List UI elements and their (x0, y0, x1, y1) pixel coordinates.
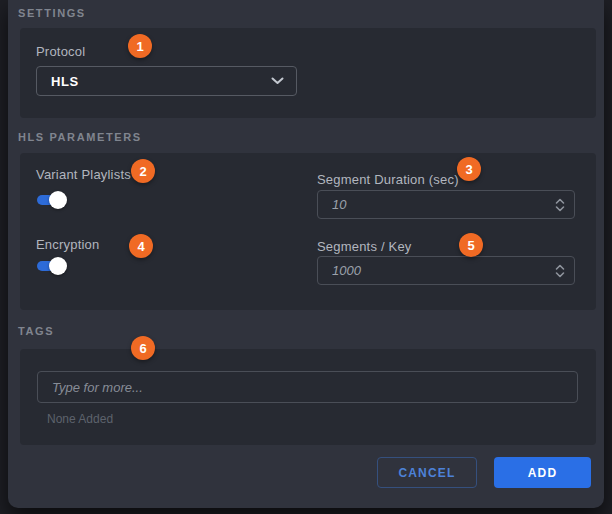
number-stepper-icon[interactable] (546, 191, 574, 218)
tags-input[interactable] (37, 371, 578, 403)
hls-parameters-panel: Variant Playlists 2 Segment Duration (se… (20, 153, 596, 310)
variant-playlists-label: Variant Playlists (36, 167, 131, 182)
annotation-badge-4: 4 (129, 234, 153, 258)
toggle-knob (49, 191, 67, 209)
protocol-label: Protocol (36, 44, 85, 59)
tags-panel: 6 None Added (20, 349, 596, 445)
number-stepper-icon[interactable] (546, 257, 574, 284)
protocol-select[interactable]: HLS (36, 66, 297, 96)
annotation-badge-1: 1 (128, 34, 152, 58)
encryption-toggle[interactable] (37, 261, 64, 271)
tags-section-header: TAGS (18, 325, 54, 337)
segment-duration-field-wrap (317, 190, 575, 219)
segment-duration-label: Segment Duration (sec) (317, 172, 459, 187)
segments-per-key-input[interactable] (318, 257, 546, 284)
annotation-badge-2: 2 (131, 159, 155, 183)
variant-playlists-toggle[interactable] (37, 195, 64, 205)
protocol-select-value: HLS (51, 74, 79, 89)
annotation-badge-3: 3 (457, 157, 481, 181)
annotation-badge-6: 6 (131, 336, 155, 360)
modal-footer: CANCEL ADD (377, 457, 591, 488)
segment-duration-input[interactable] (318, 191, 546, 218)
cancel-button[interactable]: CANCEL (377, 457, 477, 488)
toggle-knob (49, 257, 67, 275)
add-button[interactable]: ADD (494, 457, 591, 488)
settings-panel: Protocol 1 HLS (20, 28, 596, 118)
annotation-badge-5: 5 (459, 233, 483, 257)
segments-per-key-label: Segments / Key (317, 239, 412, 254)
hls-parameters-section-header: HLS PARAMETERS (18, 131, 142, 143)
segments-per-key-field-wrap (317, 256, 575, 285)
encryption-label: Encryption (36, 237, 99, 252)
tags-empty-text: None Added (47, 412, 113, 426)
chevron-down-icon (271, 77, 284, 85)
settings-section-header: SETTINGS (18, 7, 86, 19)
settings-modal: SETTINGS Protocol 1 HLS HLS PARAMETERS V… (8, 0, 604, 508)
